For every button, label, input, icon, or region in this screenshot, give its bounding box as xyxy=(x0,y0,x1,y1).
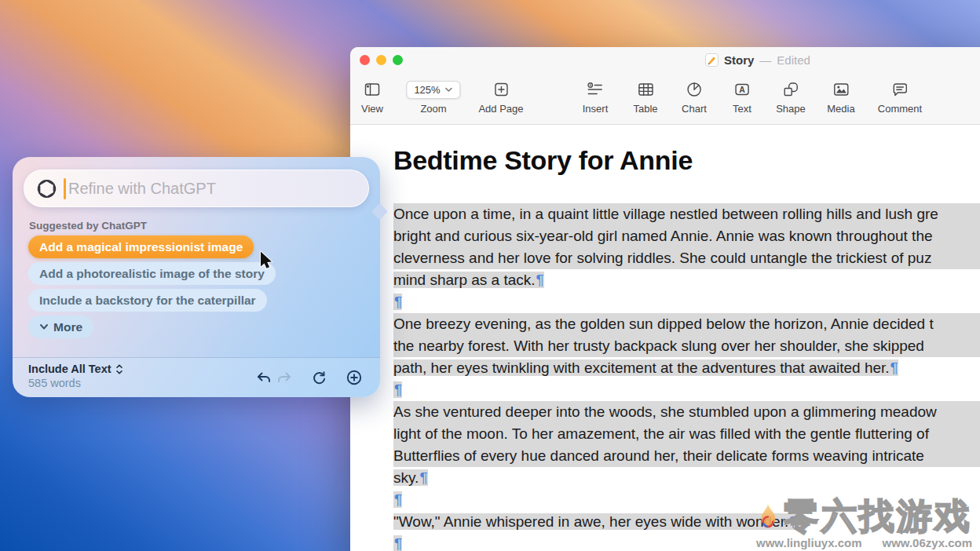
toolbar-view-button[interactable]: View xyxy=(361,78,383,115)
toolbar-zoom-control[interactable]: 125% Zoom xyxy=(406,78,460,115)
doc-line: Once upon a time, in a quaint little vil… xyxy=(393,203,980,225)
close-button[interactable] xyxy=(360,55,370,65)
toolbar-table-button[interactable]: Table xyxy=(633,78,657,115)
watermark-url-2: www.06zyx.com xyxy=(883,536,973,549)
redo-icon xyxy=(276,370,293,385)
toolbar-shape-button[interactable]: Shape xyxy=(776,78,806,115)
more-button[interactable]: More xyxy=(28,316,93,338)
document-title: Story xyxy=(724,53,754,67)
doc-line: the nearby forest. With her trusty backp… xyxy=(393,335,980,357)
sidebar-view-icon xyxy=(364,78,381,100)
doc-line: path, her eyes twinkling with excitement… xyxy=(393,357,980,379)
text-box-icon: A xyxy=(733,78,751,100)
regenerate-button[interactable] xyxy=(309,368,328,387)
window-titlebar: Story — Edited xyxy=(350,47,980,73)
zoom-level-dropdown[interactable]: 125% xyxy=(406,81,460,99)
openai-logo-icon xyxy=(36,178,57,199)
pilcrow-mark: ¶ xyxy=(394,491,402,508)
toolbar-text-button[interactable]: A Text xyxy=(733,78,751,115)
chatgpt-refine-panel: Refine with ChatGPT Suggested by ChatGPT… xyxy=(13,157,380,397)
doc-line: Butterflies of every hue danced around h… xyxy=(393,445,980,467)
redo-button[interactable] xyxy=(275,368,294,387)
add-button[interactable] xyxy=(345,368,364,387)
suggestion-photorealistic[interactable]: Add a photorealistic image of the story xyxy=(28,262,276,285)
refine-input-placeholder: Refine with ChatGPT xyxy=(68,180,216,198)
add-page-icon xyxy=(492,78,510,100)
toolbar-comment-button[interactable]: Comment xyxy=(878,78,922,115)
toolbar-insert-button[interactable]: Insert xyxy=(583,78,609,115)
chevron-down-icon xyxy=(39,323,49,330)
flame-logo-icon xyxy=(755,501,781,532)
pilcrow-mark: ¶ xyxy=(419,469,427,486)
updown-chevron-icon xyxy=(115,363,123,375)
doc-line-empty: ¶ xyxy=(393,291,980,313)
toolbar-add-page-button[interactable]: Add Page xyxy=(478,78,523,115)
doc-line: bright and curious six-year-old girl nam… xyxy=(393,225,980,247)
scope-selector[interactable]: Include All Text 585 words xyxy=(28,363,123,389)
shapes-icon xyxy=(782,78,799,100)
add-icon xyxy=(346,369,363,386)
suggestion-list: Add a magical impressionist image Add a … xyxy=(28,235,276,342)
pages-window: Story — Edited View 125% xyxy=(350,47,980,551)
refresh-icon xyxy=(311,370,327,386)
watermark-url-1: www.lingliuyx.com xyxy=(756,536,861,549)
text-caret xyxy=(64,178,66,199)
title-separator: — xyxy=(759,53,771,67)
media-photo-icon xyxy=(832,78,850,100)
doc-line: mind sharp as a tack.¶ xyxy=(393,269,980,291)
doc-line: sky.¶ xyxy=(393,467,980,489)
refine-input[interactable]: Refine with ChatGPT xyxy=(24,170,369,207)
suggestion-backstory[interactable]: Include a backstory for the caterpillar xyxy=(28,289,267,312)
comment-bubble-icon xyxy=(891,78,909,100)
toolbar-media-button[interactable]: Media xyxy=(827,78,854,115)
suggested-by-label: Suggested by ChatGPT xyxy=(29,220,147,232)
pilcrow-mark: ¶ xyxy=(394,381,402,398)
panel-footer: Include All Text 585 words xyxy=(13,357,380,397)
window-title: Story — Edited xyxy=(705,47,810,73)
pilcrow-mark: ¶ xyxy=(394,294,402,310)
toolbar: View 125% Zoom Add Page xyxy=(350,73,980,125)
pilcrow-mark: ¶ xyxy=(536,272,544,288)
doc-line: As she ventured deeper into the woods, s… xyxy=(393,401,980,423)
watermark: 零六找游戏 www.lingliuyx.com www.06zyx.com xyxy=(755,498,972,549)
scope-label: Include All Text xyxy=(28,363,112,375)
zoom-level-value: 125% xyxy=(414,84,440,96)
edited-status: Edited xyxy=(777,53,810,67)
document-heading: Bedtime Story for Annie xyxy=(393,145,693,176)
insert-list-icon xyxy=(587,78,604,100)
doc-line: light of the moon. To her amazement, the… xyxy=(393,423,980,445)
table-grid-icon xyxy=(637,78,654,100)
pages-document-icon xyxy=(705,53,719,67)
mouse-cursor xyxy=(256,250,275,275)
doc-line: One breezy evening, as the golden sun di… xyxy=(393,313,980,335)
traffic-lights xyxy=(360,55,403,65)
toolbar-chart-button[interactable]: Chart xyxy=(682,78,707,115)
doc-line-empty: ¶ xyxy=(393,379,980,401)
undo-button[interactable] xyxy=(254,368,273,387)
pilcrow-mark: ¶ xyxy=(394,535,402,551)
suggestion-magical-impressionist[interactable]: Add a magical impressionist image xyxy=(28,235,254,258)
pie-chart-icon xyxy=(686,78,703,100)
undo-icon xyxy=(255,370,272,385)
chevron-down-icon xyxy=(445,87,453,93)
zoom-window-button[interactable] xyxy=(393,55,403,65)
word-count: 585 words xyxy=(28,377,123,389)
document-canvas[interactable]: Bedtime Story for Annie Once upon a time… xyxy=(350,125,980,551)
watermark-brand: 零六找游戏 xyxy=(784,498,972,534)
doc-line: cleverness and her love for solving ridd… xyxy=(393,247,980,269)
pilcrow-mark: ¶ xyxy=(890,359,898,376)
minimize-button[interactable] xyxy=(376,55,386,65)
svg-text:A: A xyxy=(739,85,745,94)
